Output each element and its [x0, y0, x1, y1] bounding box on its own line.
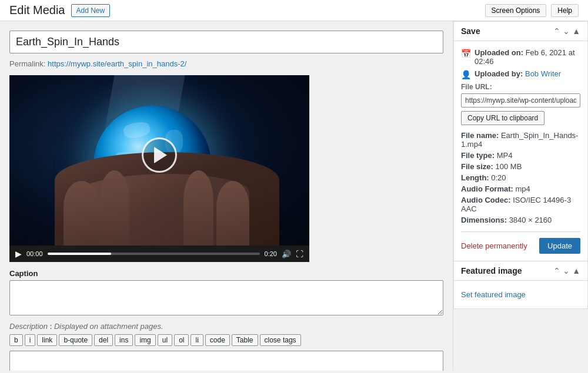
format-button-table[interactable]: Table [232, 334, 258, 346]
help-button[interactable]: Help [551, 4, 579, 17]
end-time-display: 0:20 [265, 250, 277, 257]
uploaded-on-text: Uploaded on: Feb 6, 2021 at 02:46 [475, 48, 580, 66]
save-panel-title: Save [461, 26, 480, 36]
person-icon: 👤 [461, 70, 471, 79]
video-container: ▶ 00:00 0:20 🔊 ⛶ [9, 75, 309, 262]
save-panel-body: 📅 Uploaded on: Feb 6, 2021 at 02:46 👤 Up… [454, 41, 587, 261]
featured-panel-up-icon[interactable]: ⌃ [553, 266, 560, 275]
content-area: Permalink: https://mywp.site/earth_spin_… [0, 21, 453, 371]
save-panel-controls: ⌃ ⌄ ▲ [553, 26, 580, 36]
uploaded-by-link[interactable]: Bob Writer [525, 69, 561, 78]
volume-icon[interactable]: 🔊 [282, 250, 291, 258]
featured-panel-title: Featured image [461, 266, 522, 275]
uploaded-by-text: Uploaded by: Bob Writer [475, 69, 561, 78]
title-input[interactable] [9, 31, 443, 53]
featured-panel: Featured image ⌃ ⌄ ▲ Set featured image [453, 261, 588, 309]
top-bar-right: Screen Options Help [485, 4, 579, 17]
save-panel-header: Save ⌃ ⌄ ▲ [454, 22, 587, 41]
save-panel: Save ⌃ ⌄ ▲ 📅 Uploaded on: Feb 6, 2021 at… [453, 21, 588, 261]
audio-format-value: mp4 [515, 184, 530, 193]
video-placeholder [9, 75, 309, 246]
dimensions-meta: Dimensions: 3840 × 2160 [461, 216, 580, 224]
permalink-link[interactable]: https://mywp.site/earth_spin_in_hands-2/ [48, 59, 186, 68]
file-type-meta: File type: MP4 [461, 151, 580, 160]
file-url-input[interactable] [461, 93, 580, 107]
save-panel-up-icon[interactable]: ⌃ [553, 26, 560, 36]
delete-permanently-link[interactable]: Delete permanently [461, 241, 527, 250]
featured-panel-down-icon[interactable]: ⌄ [563, 266, 570, 275]
length-value: 0:20 [491, 173, 506, 182]
play-triangle-icon [154, 147, 167, 163]
format-button-b-quote[interactable]: b-quote [59, 334, 92, 346]
sidebar-actions: Delete permanently Update [461, 231, 580, 254]
uploaded-by-row: 👤 Uploaded by: Bob Writer [461, 69, 580, 79]
screen-options-button[interactable]: Screen Options [485, 4, 547, 17]
format-button-ol[interactable]: ol [174, 334, 189, 346]
update-button[interactable]: Update [539, 238, 580, 254]
calendar-icon: 📅 [461, 49, 471, 58]
save-panel-down-icon[interactable]: ⌄ [563, 26, 570, 36]
permalink: Permalink: https://mywp.site/earth_spin_… [9, 59, 443, 68]
add-new-button[interactable]: Add New [71, 4, 111, 17]
file-name-meta: File name: Earth_Spin_In_Hands-1.mp4 [461, 131, 580, 149]
file-size-meta: File size: 100 MB [461, 162, 580, 171]
play-button-overlay[interactable] [142, 137, 177, 173]
progress-bar[interactable] [48, 253, 260, 255]
fullscreen-icon[interactable]: ⛶ [296, 250, 303, 258]
video-controls: ▶ 00:00 0:20 🔊 ⛶ [9, 246, 309, 262]
caption-textarea[interactable] [9, 280, 443, 315]
audio-codec-meta: Audio Codec: ISO/IEC 14496-3 AAC [461, 196, 580, 213]
permalink-label: Permalink: [9, 59, 45, 68]
description-note: Displayed on attachment pages. [54, 322, 163, 331]
featured-panel-header: Featured image ⌃ ⌄ ▲ [454, 261, 587, 281]
caption-label: Caption [9, 269, 443, 278]
format-button-code[interactable]: code [205, 334, 230, 346]
featured-panel-body: Set featured image [454, 281, 587, 308]
description-label: Description : Displayed on attachment pa… [9, 322, 443, 331]
format-button-img[interactable]: img [135, 334, 155, 346]
audio-format-meta: Audio Format: mp4 [461, 184, 580, 193]
uploaded-on-row: 📅 Uploaded on: Feb 6, 2021 at 02:46 [461, 48, 580, 66]
current-time-display: 00:00 [26, 250, 43, 257]
description-textarea[interactable] [9, 351, 443, 371]
page-title: Edit Media [9, 4, 65, 17]
dimensions-value: 3840 × 2160 [509, 216, 552, 224]
length-meta: Length: 0:20 [461, 173, 580, 182]
file-type-value: MP4 [497, 151, 513, 160]
format-button-link[interactable]: link [37, 334, 57, 346]
play-control-icon[interactable]: ▶ [15, 249, 22, 258]
copy-url-button[interactable]: Copy URL to clipboard [461, 111, 544, 125]
format-button-ul[interactable]: ul [158, 334, 172, 346]
progress-fill [48, 253, 111, 255]
format-button-del[interactable]: del [94, 334, 113, 346]
format-button-i[interactable]: i [25, 334, 36, 346]
format-button-li[interactable]: li [191, 334, 203, 346]
featured-panel-controls: ⌃ ⌄ ▲ [553, 266, 580, 275]
file-size-value: 100 MB [496, 162, 522, 171]
sidebar: Save ⌃ ⌄ ▲ 📅 Uploaded on: Feb 6, 2021 at… [453, 21, 588, 371]
format-buttons: bilinkb-quotedelinsimgulollicodeTableclo… [9, 334, 443, 346]
set-featured-image-link[interactable]: Set featured image [461, 288, 580, 301]
format-button-close-tags[interactable]: close tags [260, 334, 301, 346]
format-button-b[interactable]: b [9, 334, 23, 346]
file-url-label: File URL: [461, 83, 580, 91]
featured-panel-close-icon[interactable]: ▲ [572, 266, 580, 275]
save-panel-close-icon[interactable]: ▲ [572, 26, 580, 36]
format-button-ins[interactable]: ins [115, 334, 133, 346]
